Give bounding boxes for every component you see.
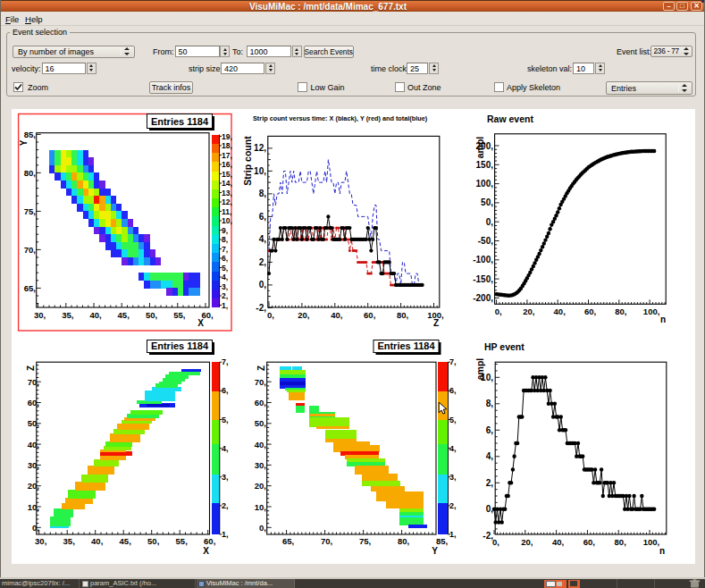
svg-text:5,: 5, (222, 264, 228, 273)
svg-text:40,: 40, (255, 440, 266, 449)
svg-text:6,: 6, (259, 212, 267, 222)
svg-text:1,: 1, (222, 530, 229, 539)
svg-text:30,: 30, (28, 460, 39, 470)
svg-text:10,: 10, (255, 502, 266, 512)
svg-text:60,: 60, (583, 537, 595, 547)
svg-text:30,: 30, (35, 536, 46, 546)
svg-text:80,: 80, (398, 536, 409, 546)
svg-text:2,: 2, (449, 501, 457, 510)
svg-text:4,: 4, (259, 234, 267, 244)
svg-text:40,: 40, (28, 440, 39, 449)
svg-text:30,: 30, (34, 310, 46, 320)
svg-text:-2,: -2, (483, 531, 493, 541)
svg-text:70,: 70, (255, 377, 266, 387)
svg-text:Strip count versus time: X (bl: Strip count versus time: X (black), Y (r… (253, 114, 428, 122)
svg-text:60,: 60, (255, 398, 266, 407)
svg-text:40,: 40, (89, 310, 101, 320)
svg-text:4,: 4, (222, 273, 228, 281)
svg-text:70,: 70, (28, 377, 39, 387)
svg-text:3,: 3, (222, 282, 228, 291)
svg-text:X: X (197, 318, 204, 328)
svg-text:19,: 19, (222, 132, 232, 141)
svg-text:6,: 6, (222, 254, 228, 263)
svg-text:9,: 9, (222, 226, 228, 235)
svg-text:8,: 8, (486, 399, 494, 408)
svg-text:20,: 20, (298, 310, 309, 320)
svg-text:8,: 8, (259, 189, 267, 198)
svg-text:12,: 12, (222, 197, 232, 206)
svg-text:55,: 55, (173, 310, 185, 320)
svg-text:8,: 8, (222, 235, 228, 244)
svg-text:-150,: -150, (473, 274, 493, 284)
svg-text:20,: 20, (255, 481, 266, 491)
svg-text:2,: 2, (486, 478, 494, 488)
svg-text:13,: 13, (222, 189, 232, 197)
svg-text:n: n (659, 546, 665, 556)
svg-text:ampl: ampl (474, 137, 485, 159)
svg-text:20,: 20, (521, 537, 533, 547)
svg-text:12,: 12, (254, 143, 266, 153)
svg-text:Z: Z (26, 365, 36, 371)
svg-text:55,: 55, (176, 536, 188, 546)
svg-text:50,: 50, (147, 536, 159, 546)
svg-text:4,: 4, (222, 444, 229, 453)
svg-text:2,: 2, (222, 291, 228, 300)
svg-text:17,: 17, (222, 151, 232, 160)
svg-text:-50,: -50, (478, 236, 493, 246)
svg-text:1,: 1, (222, 301, 228, 310)
svg-text:4,: 4, (486, 451, 494, 461)
svg-text:70,: 70, (24, 245, 36, 255)
svg-text:80,: 80, (615, 307, 626, 316)
svg-text:Entries 1184: Entries 1184 (151, 116, 209, 127)
svg-text:14,: 14, (222, 179, 232, 188)
svg-text:20,: 20, (523, 307, 534, 316)
svg-text:2,: 2, (259, 257, 267, 267)
svg-text:18,: 18, (222, 141, 232, 150)
svg-text:70,: 70, (321, 536, 332, 546)
svg-text:100,: 100, (643, 537, 660, 547)
svg-text:0,: 0, (492, 537, 499, 547)
svg-text:0,: 0, (267, 310, 274, 320)
svg-text:5,: 5, (449, 416, 457, 424)
svg-text:16,: 16, (222, 160, 232, 169)
svg-text:0,: 0, (495, 307, 502, 316)
svg-text:45,: 45, (120, 536, 131, 546)
svg-text:10,: 10, (28, 502, 39, 512)
svg-text:35,: 35, (63, 536, 75, 546)
svg-text:0,: 0, (486, 217, 494, 227)
svg-text:45,: 45, (118, 310, 130, 320)
svg-text:35,: 35, (62, 310, 73, 320)
svg-text:6,: 6, (486, 425, 494, 435)
svg-text:100,: 100, (476, 179, 494, 189)
svg-text:1,: 1, (449, 530, 457, 539)
svg-text:-2,: -2, (256, 303, 266, 313)
svg-text:2,: 2, (222, 501, 229, 510)
svg-text:0,: 0, (259, 523, 266, 533)
svg-text:65,: 65, (282, 536, 294, 546)
svg-text:75,: 75, (24, 206, 36, 216)
svg-text:80,: 80, (397, 310, 408, 320)
svg-text:40,: 40, (552, 537, 564, 547)
svg-text:3,: 3, (222, 473, 229, 482)
svg-text:Y: Y (432, 546, 438, 556)
svg-text:60,: 60, (204, 536, 215, 546)
svg-text:Raw event: Raw event (487, 113, 533, 124)
svg-text:6,: 6, (449, 386, 457, 395)
svg-text:80,: 80, (615, 537, 626, 547)
svg-text:0,: 0, (259, 280, 267, 290)
svg-text:10,: 10, (254, 166, 266, 176)
svg-text:30,: 30, (255, 460, 266, 470)
svg-text:80,: 80, (24, 168, 36, 178)
svg-text:20,: 20, (28, 481, 39, 491)
svg-text:-200,: -200, (473, 293, 493, 303)
svg-text:7,: 7, (449, 357, 457, 366)
svg-text:40,: 40, (554, 307, 566, 316)
svg-text:Strip count: Strip count (242, 136, 253, 186)
svg-text:-100,: -100, (473, 255, 493, 265)
svg-text:50,: 50, (146, 310, 157, 320)
svg-text:65,: 65, (24, 283, 36, 293)
svg-text:X: X (203, 546, 209, 556)
svg-text:60,: 60, (364, 310, 375, 320)
svg-text:100,: 100, (643, 307, 660, 316)
svg-text:85,: 85, (24, 130, 36, 139)
